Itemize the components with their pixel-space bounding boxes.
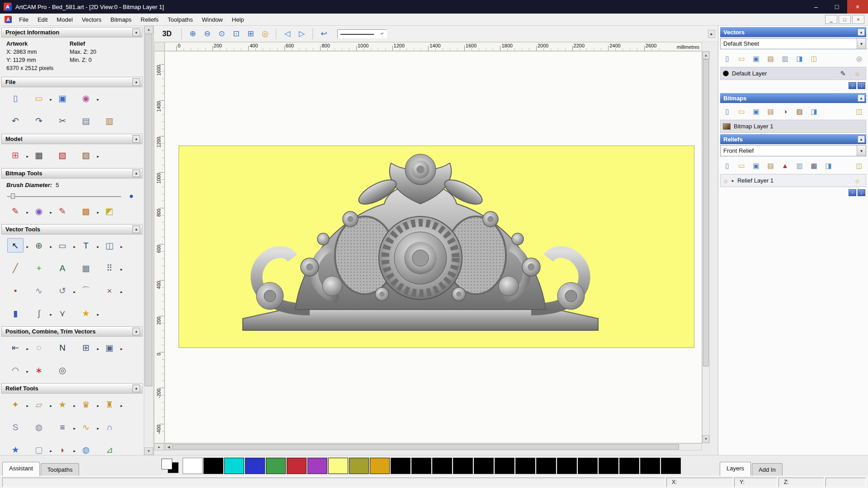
shape-editor-icon[interactable]: ★▸	[54, 397, 71, 412]
save-model-icon[interactable]: ▣	[54, 91, 71, 105]
extrude-relief-icon[interactable]: ♛▸	[78, 397, 94, 412]
reliefs-collapse-button[interactable]: ▲	[858, 136, 865, 143]
bitmap-tools-collapse-button[interactable]: ▲	[132, 169, 140, 177]
wizard-star-icon[interactable]: ★▸	[78, 306, 94, 320]
scroll-up-arrow-icon[interactable]: ▲	[703, 52, 709, 59]
tab-add-in[interactable]: Add In	[752, 463, 783, 476]
tab-toolpaths[interactable]: Toolpaths	[41, 463, 80, 476]
copy-icon[interactable]: ▤	[78, 113, 94, 128]
bitmap-picture-icon[interactable]: ▨	[793, 106, 806, 117]
spin-relief-icon[interactable]: ♜▸	[101, 397, 118, 412]
shape-editor-flyout-arrow[interactable]: ▸	[73, 404, 75, 408]
mdi-minimize-button[interactable]: ‗	[825, 15, 837, 24]
bezier-curve-icon[interactable]: ↺▸	[54, 283, 71, 298]
palette-swatch-15[interactable]	[495, 458, 514, 474]
palette-swatch-0[interactable]	[183, 458, 203, 474]
draw-icon[interactable]: ✎	[54, 204, 71, 218]
relief-layer-row[interactable]: ☼ ▸ Relief Layer 1 ☼	[720, 174, 866, 187]
edit-default-layer-icon[interactable]: ✎	[837, 68, 849, 79]
switch-to-3d-button[interactable]: 3D	[160, 29, 174, 38]
bezier-curve-flyout-arrow[interactable]: ▸	[73, 290, 75, 294]
scroll-down-arrow-icon[interactable]: ▼	[703, 435, 709, 443]
align-vectors-flyout-arrow[interactable]: ▸	[26, 347, 28, 351]
relief-library-icon[interactable]: ≡▸	[54, 420, 71, 434]
select-vectors-icon[interactable]: ↖▸	[7, 238, 24, 253]
new-vector-layer-icon[interactable]: ▯	[721, 53, 733, 64]
load-bitmap-icon[interactable]: ▨▸	[78, 148, 94, 162]
toggle-relief-layer-visibility-icon[interactable]: ☼	[851, 175, 863, 186]
texture-relief-icon[interactable]: ◍	[78, 442, 94, 455]
turn-wizard-icon[interactable]: ∿▸	[78, 420, 94, 434]
create-polyline-icon[interactable]: ╱	[7, 261, 24, 275]
open-vector-layer-icon[interactable]: ▭	[736, 53, 748, 64]
dropdown-arrow-icon[interactable]: ▾	[857, 145, 866, 156]
menu-reliefs[interactable]: Reliefs	[136, 14, 163, 25]
vector-layer-row[interactable]: Default Layer ✎☼	[720, 67, 866, 80]
zoom-window-icon[interactable]: ⊡	[230, 28, 242, 40]
import-export-model-flyout-arrow[interactable]: ▸	[97, 97, 99, 102]
menu-help[interactable]: Help	[227, 14, 249, 25]
palette-swatch-2[interactable]	[224, 458, 244, 474]
flood-fill-icon[interactable]: ◩	[101, 204, 118, 218]
vector-tools-collapse-button[interactable]: ▲	[132, 225, 140, 233]
import-relief-layer-icon[interactable]: ▤	[764, 160, 777, 171]
save-bitmap-layer-icon[interactable]: ▣	[750, 106, 762, 117]
undo-icon[interactable]: ↶	[7, 113, 24, 128]
redo-icon[interactable]: ↷	[31, 113, 47, 128]
palette-swatch-13[interactable]	[453, 458, 473, 474]
model-section-collapse-button[interactable]: ▲	[132, 135, 140, 143]
dropdown-arrow-icon[interactable]: ▾	[857, 38, 866, 49]
panel-collapse-button[interactable]: ▸	[708, 30, 715, 38]
transform-vectors-flyout-arrow[interactable]: ▸	[50, 244, 52, 249]
drape-relief-flyout-arrow[interactable]: ▸	[73, 449, 75, 453]
sculpting-icon[interactable]: ✦▸	[7, 397, 24, 412]
palette-swatch-20[interactable]	[599, 458, 618, 474]
palette-swatch-1[interactable]	[203, 458, 223, 474]
bitmap-layer-row[interactable]: Bitmap Layer 1	[720, 120, 866, 133]
primary-secondary-colors[interactable]	[160, 458, 180, 474]
two-rail-sweep-icon[interactable]: ∩	[101, 420, 118, 434]
greyscale-from-model-icon[interactable]: ▧	[54, 148, 71, 162]
export-vector-layer-icon[interactable]: ▥	[779, 53, 791, 64]
menu-model[interactable]: Model	[52, 14, 77, 25]
zoom-objects-icon[interactable]: ⊞	[244, 28, 257, 40]
mdi-close-button[interactable]: ×	[852, 15, 864, 24]
canvas-horizontal-scrollbar[interactable]: ◀	[165, 443, 702, 450]
offset-vectors-icon[interactable]: ◠▸	[7, 363, 24, 377]
extrude-tool-icon[interactable]: ▮	[7, 306, 24, 320]
weld-vectors-icon[interactable]: ∗	[31, 363, 47, 377]
tab-assistant[interactable]: Assistant	[2, 462, 40, 476]
spiral-tool-icon[interactable]: ◎	[54, 363, 71, 377]
colour-editor-icon[interactable]: ▩▸	[78, 204, 94, 218]
merge-bitmap-layers-icon[interactable]: ◫	[853, 106, 865, 117]
circular-copy-icon[interactable]: ◌	[31, 340, 47, 355]
fit-vectors-grid-icon[interactable]: ▦	[78, 261, 94, 275]
block-copy-flyout-arrow[interactable]: ▸	[97, 347, 99, 351]
arc-tool-icon[interactable]: ⌒	[78, 283, 94, 298]
palette-swatch-5[interactable]	[287, 458, 307, 474]
open-bitmap-layer-icon[interactable]: ▭	[736, 106, 748, 117]
tab-layers[interactable]: Layers	[720, 462, 751, 476]
palette-swatch-6[interactable]	[307, 458, 327, 474]
merge-relief-layers-icon[interactable]: ◫	[853, 160, 865, 171]
horizontal-scrollbar-thumb[interactable]	[173, 444, 679, 450]
palette-swatch-10[interactable]	[391, 458, 410, 474]
menu-edit[interactable]: Edit	[33, 14, 52, 25]
snap-grid-cross-icon[interactable]: +	[31, 261, 47, 275]
scrollbar-thumb[interactable]	[145, 34, 152, 386]
toggle-all-vector-layers-icon[interactable]: ◎	[853, 53, 865, 64]
move-layer-up-button[interactable]: ↑	[849, 189, 856, 196]
toggle-default-layer-visibility-icon[interactable]: ☼	[851, 68, 863, 79]
slider-track[interactable]	[7, 196, 121, 197]
merge-vector-layers-icon[interactable]: ◫	[808, 53, 820, 64]
menu-bitmaps[interactable]: Bitmaps	[106, 14, 136, 25]
sweep-profile-icon[interactable]: S	[7, 420, 24, 434]
minimize-button[interactable]: –	[806, 0, 826, 14]
snap-view-left-icon[interactable]: ◁	[281, 28, 293, 40]
spin-relief-flyout-arrow[interactable]: ▸	[120, 404, 123, 408]
primary-color-swatch[interactable]	[161, 459, 172, 469]
palette-swatch-22[interactable]	[640, 458, 660, 474]
palette-swatch-12[interactable]	[432, 458, 452, 474]
snap-view-right-icon[interactable]: ▷	[295, 28, 308, 40]
project-information-collapse-button[interactable]: ▲	[132, 28, 140, 36]
